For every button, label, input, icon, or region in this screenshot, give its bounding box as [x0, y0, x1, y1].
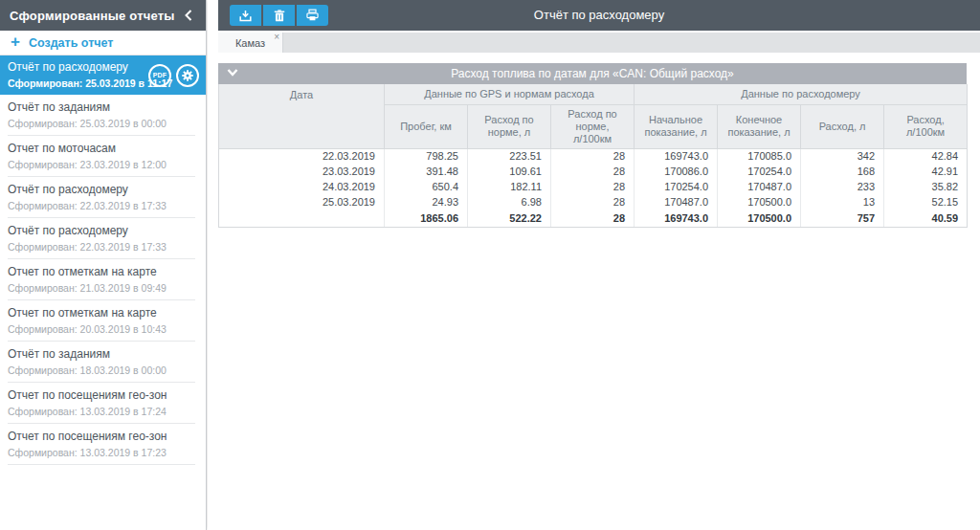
- cell-date: 25.03.2019: [219, 194, 385, 210]
- table-row: 22.03.2019 798.25 223.51 28 169743.0 170…: [219, 148, 968, 164]
- report-item-title: Отчёт по расходомеру: [8, 183, 198, 196]
- cell-norm-l: 182.11: [468, 179, 551, 194]
- column-group-flowmeter: Данные по расходомеру: [635, 84, 968, 104]
- cell-consumption-l100-total: 40.59: [884, 210, 968, 227]
- report-list-item[interactable]: Отчёт по расходомеру Сформирован: 25.03.…: [0, 55, 206, 95]
- report-list-item[interactable]: Отчет по моточасам Сформирован: 23.03.20…: [0, 136, 206, 177]
- sidebar-header: Сформированные отчеты: [0, 0, 206, 31]
- report-list-item[interactable]: Отчёт по расходомеру Сформирован: 22.03.…: [0, 177, 206, 218]
- chevron-left-icon: [185, 10, 192, 21]
- cell-consumption-l100: 42.84: [884, 148, 968, 164]
- printer-icon: [305, 9, 320, 22]
- report-list: Отчёт по расходомеру Сформирован: 25.03.…: [0, 55, 206, 465]
- cell-norm-l100-total: 28: [551, 210, 635, 227]
- print-button[interactable]: [297, 5, 328, 26]
- cell-norm-l: 6.98: [468, 194, 551, 210]
- report-list-item[interactable]: Отчет по отметкам на карте Сформирован: …: [0, 259, 206, 300]
- collapse-section-button[interactable]: [227, 68, 238, 77]
- chevron-down-icon: [227, 68, 238, 77]
- cell-mileage: 391.48: [385, 164, 468, 179]
- report-item-timestamp: Сформирован: 22.03.2019 в 17:33: [8, 241, 198, 253]
- cell-start-reading: 170254.0: [635, 179, 718, 194]
- tab-kamaz[interactable]: Камаз ×: [218, 33, 283, 53]
- cell-end-reading: 170487.0: [718, 179, 801, 194]
- cell-consumption-l100: 35.82: [884, 179, 968, 194]
- plus-icon: +: [11, 33, 20, 50]
- table-titlebar: Расход топлива по датам для «CAN: Общий …: [218, 63, 967, 84]
- report-list-item[interactable]: Отчёт по расходомеру Сформирован: 22.03.…: [0, 218, 206, 259]
- column-header-norm-l: Расход по норме, л: [468, 104, 551, 148]
- report-item-timestamp: Сформирован: 21.03.2019 в 09:49: [8, 282, 198, 294]
- sidebar: Сформированные отчеты + Создать отчет От…: [0, 0, 207, 530]
- delete-button[interactable]: [263, 5, 295, 26]
- report-item-title: Отчет по отметкам на карте: [8, 306, 198, 320]
- pdf-badge[interactable]: PDF: [148, 64, 171, 87]
- report-item-title: Отчёт по расходомеру: [8, 224, 198, 237]
- report-item-timestamp: Сформирован: 13.03.2019 в 17:23: [8, 447, 198, 458]
- tab-label: Камаз: [235, 37, 265, 49]
- report-list-item[interactable]: Отчёт по заданиям Сформирован: 25.03.201…: [0, 95, 206, 136]
- column-header-start-reading: Начальное показание, л: [635, 104, 718, 148]
- report-list-item[interactable]: Отчёт по заданиям Сформирован: 18.03.201…: [0, 342, 206, 383]
- cell-mileage: 650.4: [385, 179, 468, 194]
- download-button[interactable]: [230, 5, 261, 26]
- report-list-item[interactable]: Отчет по отметкам на карте Сформирован: …: [0, 300, 206, 342]
- create-report-button[interactable]: + Создать отчет: [0, 31, 206, 55]
- cell-end-reading-total: 170500.0: [718, 210, 801, 227]
- report-item-title: Отчет по посещениям гео-зон: [8, 388, 198, 402]
- cell-date: 22.03.2019: [219, 148, 385, 164]
- cell-norm-l100: 28: [551, 194, 635, 210]
- report-settings-button[interactable]: [176, 64, 199, 87]
- column-group-gps: Данные по GPS и нормам расхода: [385, 84, 635, 104]
- column-header-date: Дата: [219, 84, 385, 148]
- cell-norm-l: 109.61: [468, 164, 551, 179]
- cell-mileage: 798.25: [385, 148, 468, 164]
- cell-mileage-total: 1865.06: [385, 210, 468, 227]
- cell-consumption-l-total: 757: [801, 210, 884, 227]
- cell-consumption-l100: 52.15: [884, 194, 968, 210]
- collapse-sidebar-button[interactable]: [181, 8, 196, 23]
- column-header-norm-l100: Расход по норме, л/100км: [551, 104, 635, 148]
- cell-norm-l-total: 522.22: [468, 210, 551, 227]
- gear-icon: [181, 69, 194, 82]
- table-row: 25.03.2019 24.93 6.98 28 170487.0 170500…: [219, 194, 968, 210]
- cell-date: 23.03.2019: [219, 164, 385, 179]
- report-item-title: Отчет по моточасам: [8, 142, 198, 155]
- table-title: Расход топлива по датам для «CAN: Общий …: [451, 67, 734, 80]
- cell-consumption-l: 342: [801, 148, 884, 164]
- fuel-table: Дата Данные по GPS и нормам расхода Данн…: [218, 84, 968, 228]
- column-header-end-reading: Конечное показание, л: [718, 104, 801, 148]
- create-report-label: Создать отчет: [29, 36, 114, 50]
- cell-norm-l100: 28: [551, 164, 635, 179]
- tab-close-button[interactable]: ×: [274, 33, 279, 42]
- trash-icon: [273, 9, 286, 23]
- report-item-timestamp: Сформирован: 20.03.2019 в 10:43: [8, 323, 198, 335]
- column-header-mileage: Пробег, км: [385, 104, 468, 148]
- sidebar-title: Сформированные отчеты: [10, 9, 181, 23]
- cell-start-reading: 169743.0: [635, 148, 718, 164]
- report-item-title: Отчет по отметкам на карте: [8, 265, 198, 278]
- report-toolbar: Отчёт по расходомеру: [218, 0, 980, 31]
- report-item-timestamp: Сформирован: 23.03.2019 в 12:00: [8, 159, 198, 170]
- report-title: Отчёт по расходомеру: [218, 0, 980, 31]
- report-item-timestamp: Сформирован: 18.03.2019 в 00:00: [8, 364, 198, 376]
- column-header-consumption-l: Расход, л: [801, 104, 884, 148]
- cell-norm-l100: 28: [551, 148, 635, 164]
- table-totals-row: 1865.06 522.22 28 169743.0 170500.0 757 …: [219, 210, 968, 227]
- cell-date: 24.03.2019: [219, 179, 385, 194]
- report-item-timestamp: Сформирован: 25.03.2019 в 00:00: [8, 118, 198, 129]
- report-item-title: Отчёт по заданиям: [8, 347, 198, 361]
- report-item-timestamp: Сформирован: 22.03.2019 в 17:33: [8, 200, 198, 211]
- table-row: 23.03.2019 391.48 109.61 28 170086.0 170…: [219, 164, 968, 179]
- cell-end-reading: 170500.0: [718, 194, 801, 210]
- cell-mileage: 24.93: [385, 194, 468, 210]
- cell-norm-l100: 28: [551, 179, 635, 194]
- report-table-section: Расход топлива по датам для «CAN: Общий …: [218, 63, 967, 228]
- cell-end-reading: 170085.0: [718, 148, 801, 164]
- report-list-item[interactable]: Отчет по посещениям гео-зон Сформирован:…: [0, 383, 206, 424]
- cell-end-reading: 170254.0: [718, 164, 801, 179]
- report-list-item[interactable]: Отчет по посещениям гео-зон Сформирован:…: [0, 424, 206, 465]
- tab-strip: Камаз ×: [218, 33, 980, 53]
- cell-consumption-l: 13: [801, 194, 884, 210]
- report-item-title: Отчёт по заданиям: [8, 100, 198, 114]
